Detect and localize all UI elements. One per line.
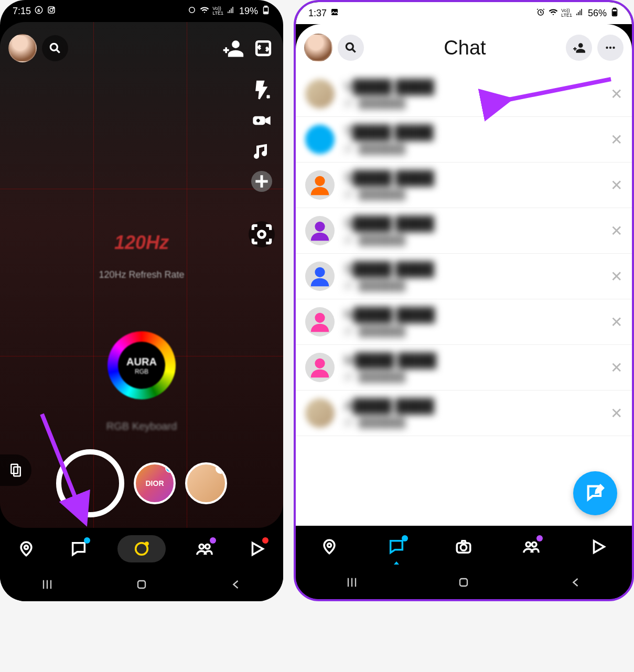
camera-viewport[interactable]: 120Hz 120Hz Refresh Rate AURA RGB RGB Ke… — [0, 22, 283, 528]
more-tools-button[interactable] — [251, 171, 272, 192]
nav-map[interactable] — [316, 533, 343, 560]
svg-point-37 — [532, 543, 536, 547]
profile-avatar[interactable] — [304, 34, 332, 62]
chat-row[interactable]: T████ ███████████✕ — [296, 117, 632, 162]
camera-bg-aura: AURA RGB — [108, 331, 176, 399]
nav-stories[interactable] — [518, 533, 545, 560]
nav-camera-active[interactable] — [117, 535, 166, 562]
sys-recents[interactable] — [345, 575, 359, 592]
nav-camera[interactable] — [450, 533, 477, 560]
nav-stories[interactable] — [191, 535, 218, 562]
svg-point-27 — [612, 47, 615, 49]
flash-off-button[interactable] — [251, 80, 272, 101]
video-button[interactable] — [251, 110, 272, 131]
instagram-icon — [47, 5, 56, 17]
nav-map[interactable] — [13, 535, 40, 562]
phone-chat: 1:37 Vo))LTE1 56% Chat V████ █████ — [294, 0, 634, 601]
camera-bg-120hz: 120Hz 120Hz Refresh Rate — [99, 232, 184, 280]
flip-camera-button[interactable] — [252, 37, 275, 60]
nav-chat-active[interactable] — [383, 533, 410, 560]
add-friend-button[interactable] — [221, 37, 244, 60]
chat-row[interactable]: V████ ███████████✕ — [296, 71, 632, 117]
wifi-icon — [549, 7, 558, 19]
chat-row-close[interactable]: ✕ — [610, 359, 622, 376]
chat-row-close[interactable]: ✕ — [610, 222, 622, 240]
lens-badge-icon — [165, 463, 175, 473]
new-chat-fab[interactable] — [573, 471, 617, 515]
chat-row-name: S████ ████ — [344, 215, 601, 232]
chat-row[interactable]: S████ ███████████✕ — [296, 254, 632, 299]
sys-back[interactable] — [568, 575, 583, 592]
chat-row-main: N████ ███████████ — [344, 307, 601, 337]
lens-dior[interactable]: DIOR — [134, 462, 176, 504]
alarm-icon — [536, 7, 545, 19]
chat-row-name: M████ ████ — [344, 352, 601, 368]
shutter-button[interactable] — [56, 449, 124, 517]
sys-home[interactable] — [456, 575, 471, 592]
nav-chat[interactable] — [65, 535, 92, 562]
nav-spotlight[interactable] — [243, 535, 271, 562]
stories-dot-icon — [210, 537, 216, 544]
chat-row-sub: ███████ — [344, 189, 601, 200]
chat-row[interactable]: S████ ███████████✕ — [296, 208, 632, 254]
battery-text: 56% — [588, 8, 607, 19]
chat-row-main: S████ ███████████ — [344, 170, 601, 200]
svg-point-26 — [609, 47, 611, 49]
search-icon — [48, 41, 62, 55]
map-pin-icon — [17, 540, 35, 558]
sys-nav-left — [0, 570, 283, 601]
volte-icon: Vo))LTE1 — [212, 6, 223, 16]
chat-list[interactable]: V████ ███████████✕T████ ███████████✕S███… — [296, 71, 632, 526]
chat-avatar — [305, 216, 335, 245]
chat-row[interactable]: A████ ███████████✕ — [296, 391, 632, 436]
chat-avatar — [305, 262, 335, 291]
chat-row-close[interactable]: ✕ — [610, 405, 622, 422]
signal-icon — [575, 7, 585, 19]
video-plus-icon — [251, 110, 272, 131]
add-friend-button[interactable] — [566, 35, 592, 61]
music-icon — [251, 140, 272, 161]
chat-row-name: A████ ████ — [344, 398, 601, 414]
chat-row-close[interactable]: ✕ — [610, 85, 622, 103]
chat-avatar — [305, 353, 335, 382]
search-button[interactable] — [42, 35, 68, 61]
chat-title: Chat — [369, 37, 561, 59]
sys-home[interactable] — [134, 577, 149, 594]
lens-dior-label: DIOR — [146, 479, 164, 487]
chat-row[interactable]: M████ ███████████✕ — [296, 345, 632, 391]
svg-point-3 — [53, 7, 54, 8]
nav-spotlight[interactable] — [585, 533, 612, 560]
flip-camera-icon — [252, 37, 275, 60]
chat-row-main: A████ ███████████ — [344, 398, 601, 428]
more-button[interactable] — [597, 35, 624, 61]
chat-row-close[interactable]: ✕ — [610, 131, 622, 148]
svg-rect-23 — [613, 12, 616, 15]
chat-row-close[interactable]: ✕ — [610, 177, 622, 194]
app-nav-left — [0, 528, 283, 570]
scan-button[interactable] — [249, 221, 275, 247]
camera-bottombar: DIOR — [0, 449, 283, 517]
profile-avatar[interactable] — [8, 34, 37, 62]
svg-rect-6 — [264, 12, 267, 13]
svg-point-17 — [205, 545, 210, 549]
volte-icon: Vo))LTE1 — [561, 8, 572, 18]
stories-dot-icon — [536, 535, 543, 541]
chat-row[interactable]: N████ ███████████✕ — [296, 299, 632, 345]
music-button[interactable] — [251, 140, 272, 161]
chat-row[interactable]: S████ ███████████✕ — [296, 162, 632, 208]
camera-topbar — [0, 27, 283, 69]
whatsapp-icon — [34, 5, 44, 17]
svg-point-32 — [315, 359, 325, 368]
chat-row-close[interactable]: ✕ — [610, 313, 622, 331]
svg-point-15 — [146, 543, 148, 545]
chat-avatar — [305, 307, 335, 337]
chat-row-close[interactable]: ✕ — [610, 268, 622, 285]
chat-row-main: S████ ███████████ — [344, 215, 601, 246]
chat-avatar — [305, 79, 335, 109]
flash-off-icon — [251, 80, 272, 101]
chat-row-sub: ███████ — [344, 235, 601, 246]
search-button[interactable] — [338, 35, 364, 61]
lens-face[interactable] — [185, 462, 227, 504]
sys-back[interactable] — [229, 577, 243, 594]
sys-recents[interactable] — [40, 577, 55, 594]
